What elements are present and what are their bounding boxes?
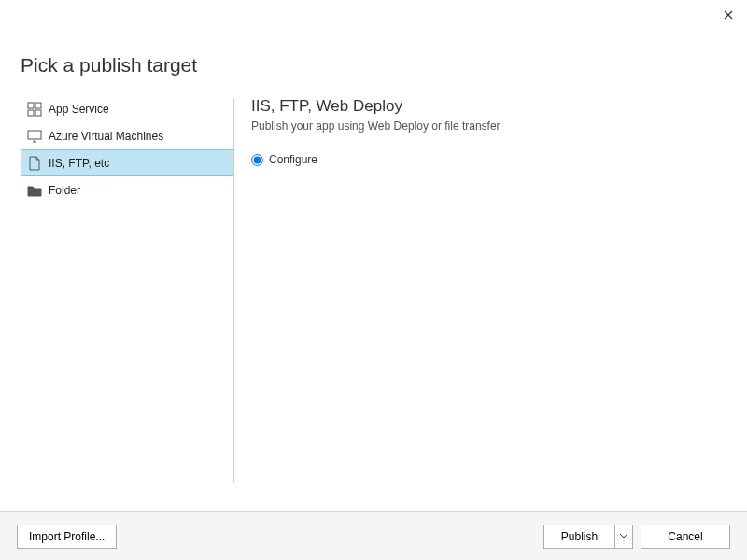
app-service-icon xyxy=(27,102,42,117)
svg-rect-3 xyxy=(35,110,41,116)
dialog-footer: Import Profile... Publish Cancel xyxy=(0,511,747,560)
sidebar-item-label: Azure Virtual Machines xyxy=(49,130,163,143)
sidebar-item-label: Folder xyxy=(49,184,80,197)
vertical-divider xyxy=(233,99,234,483)
option-configure[interactable]: Configure xyxy=(251,153,726,166)
folder-icon xyxy=(27,183,42,198)
document-icon xyxy=(27,156,42,171)
sidebar-item-folder[interactable]: Folder xyxy=(21,176,233,203)
svg-rect-0 xyxy=(28,103,34,108)
svg-rect-1 xyxy=(35,103,41,108)
import-profile-button[interactable]: Import Profile... xyxy=(17,525,117,549)
configure-label: Configure xyxy=(269,153,317,166)
close-button[interactable] xyxy=(719,6,738,24)
detail-panel: IIS, FTP, Web Deploy Publish your app us… xyxy=(251,95,726,487)
sidebar-item-label: IIS, FTP, etc xyxy=(49,157,109,170)
azure-vm-icon xyxy=(27,129,42,144)
cancel-button[interactable]: Cancel xyxy=(641,525,730,549)
publish-dropdown-button[interactable] xyxy=(614,525,633,549)
sidebar-item-azure-vm[interactable]: Azure Virtual Machines xyxy=(21,122,233,149)
publish-split-button: Publish xyxy=(543,525,633,549)
detail-subtitle: Publish your app using Web Deploy or fil… xyxy=(251,119,726,133)
detail-title: IIS, FTP, Web Deploy xyxy=(251,97,726,116)
target-sidebar: App Service Azure Virtual Machines IIS, … xyxy=(21,95,233,487)
publish-button[interactable]: Publish xyxy=(543,525,614,549)
dialog-header: Pick a publish target xyxy=(0,0,747,95)
sidebar-item-label: App Service xyxy=(49,103,109,116)
svg-rect-4 xyxy=(28,131,41,139)
sidebar-item-app-service[interactable]: App Service xyxy=(21,95,233,122)
content-area: App Service Azure Virtual Machines IIS, … xyxy=(0,95,747,487)
chevron-down-icon xyxy=(620,534,627,539)
dialog-title: Pick a publish target xyxy=(21,54,726,77)
svg-rect-2 xyxy=(28,110,34,116)
configure-radio[interactable] xyxy=(251,154,263,166)
sidebar-item-iis-ftp[interactable]: IIS, FTP, etc xyxy=(21,149,233,176)
